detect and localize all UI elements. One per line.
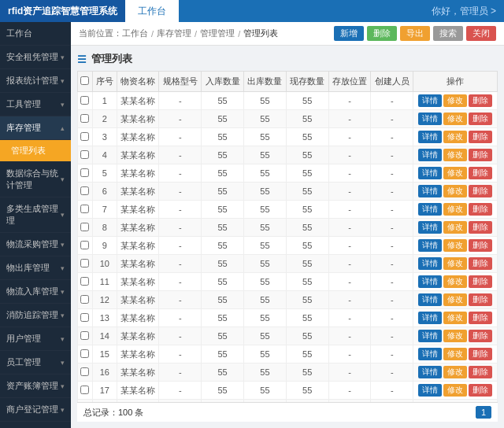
- row-spec: -: [159, 309, 202, 327]
- detail-button[interactable]: 详情: [418, 149, 442, 161]
- delete-row-button[interactable]: 删除: [469, 113, 492, 125]
- delete-row-button[interactable]: 删除: [469, 149, 492, 161]
- row-checkbox[interactable]: [80, 132, 89, 141]
- row-checkbox[interactable]: [80, 241, 89, 249]
- delete-row-button[interactable]: 删除: [469, 94, 492, 107]
- edit-button[interactable]: 修改: [443, 113, 467, 125]
- edit-button[interactable]: 修改: [443, 239, 467, 252]
- edit-button[interactable]: 修改: [443, 348, 467, 360]
- edit-button[interactable]: 修改: [443, 149, 467, 161]
- sidebar-item-asset-ledger[interactable]: 资产账簿管理 ▾: [0, 374, 71, 398]
- detail-button[interactable]: 详情: [418, 293, 442, 306]
- close-button[interactable]: 关闭: [466, 26, 496, 41]
- delete-row-button[interactable]: 删除: [469, 293, 492, 306]
- sidebar-item-inbound[interactable]: 物流入库管理 ▾: [0, 280, 71, 304]
- edit-button[interactable]: 修改: [443, 366, 467, 378]
- row-checkbox[interactable]: [80, 313, 89, 322]
- row-checkbox[interactable]: [80, 277, 89, 286]
- row-checkbox[interactable]: [80, 96, 89, 105]
- edit-button[interactable]: 修改: [443, 221, 467, 234]
- detail-button[interactable]: 详情: [418, 203, 442, 216]
- sidebar-item-merchant[interactable]: 商户登记管理 ▾: [0, 398, 71, 422]
- delete-row-button[interactable]: 删除: [469, 203, 492, 216]
- sidebar-item-tools[interactable]: 工具管理 ▾: [0, 93, 71, 116]
- detail-button[interactable]: 详情: [418, 348, 442, 360]
- row-checkbox[interactable]: [80, 205, 89, 213]
- edit-button[interactable]: 修改: [443, 312, 467, 324]
- row-outbound: 55: [244, 291, 287, 309]
- edit-button[interactable]: 修改: [443, 384, 467, 397]
- delete-row-button[interactable]: 删除: [469, 257, 492, 270]
- delete-row-button[interactable]: 删除: [469, 366, 492, 378]
- sidebar-item-staff[interactable]: 员工管理 ▾: [0, 351, 71, 374]
- sidebar-item-fire[interactable]: 消防追踪管理 ▾: [0, 304, 71, 327]
- row-checkbox[interactable]: [80, 367, 89, 376]
- edit-button[interactable]: 修改: [443, 203, 467, 216]
- detail-button[interactable]: 详情: [418, 94, 442, 107]
- edit-button[interactable]: 修改: [443, 293, 467, 306]
- row-checkbox[interactable]: [80, 114, 89, 123]
- row-checkbox[interactable]: [80, 186, 89, 195]
- edit-button[interactable]: 修改: [443, 167, 467, 179]
- detail-button[interactable]: 详情: [418, 330, 442, 342]
- page-1-button[interactable]: 1: [476, 406, 491, 419]
- edit-button[interactable]: 修改: [443, 94, 467, 107]
- export-button[interactable]: 导出: [400, 26, 430, 41]
- add-button[interactable]: 新增: [334, 26, 364, 41]
- detail-button[interactable]: 详情: [418, 131, 442, 143]
- edit-button[interactable]: 修改: [443, 185, 467, 197]
- select-all-checkbox[interactable]: [80, 76, 89, 85]
- detail-button[interactable]: 详情: [418, 384, 442, 397]
- sidebar-item-reports[interactable]: 报表统计管理 ▾: [0, 69, 71, 93]
- sidebar-item-inventory[interactable]: 库存管理 ▴: [0, 116, 71, 140]
- delete-button[interactable]: 删除: [367, 26, 397, 41]
- row-outbound: 55: [244, 219, 287, 237]
- delete-row-button[interactable]: 删除: [469, 131, 492, 143]
- delete-row-button[interactable]: 删除: [469, 330, 492, 342]
- search-button[interactable]: 搜索: [433, 26, 463, 41]
- row-checkbox[interactable]: [80, 150, 89, 159]
- delete-row-button[interactable]: 删除: [469, 239, 492, 252]
- sidebar-sub-item-list[interactable]: 管理列表: [0, 140, 71, 162]
- sidebar-item-logistics[interactable]: 物流采购管理 ▾: [0, 233, 71, 256]
- row-action-cell: 详情修改删除: [413, 164, 498, 183]
- detail-button[interactable]: 详情: [418, 221, 442, 234]
- row-checkbox[interactable]: [80, 168, 89, 177]
- sidebar-item-security[interactable]: 安全租凭管理 ▾: [0, 46, 71, 69]
- sidebar-item-users[interactable]: 用户管理 ▾: [0, 327, 71, 351]
- detail-button[interactable]: 详情: [418, 257, 442, 270]
- detail-button[interactable]: 详情: [418, 167, 442, 179]
- row-checkbox[interactable]: [80, 331, 89, 340]
- delete-row-button[interactable]: 删除: [469, 312, 492, 324]
- delete-row-button[interactable]: 删除: [469, 275, 492, 288]
- sidebar-item-outbound[interactable]: 物出库管理 ▾: [0, 256, 71, 280]
- row-checkbox[interactable]: [80, 349, 89, 358]
- detail-button[interactable]: 详情: [418, 239, 442, 252]
- delete-row-button[interactable]: 删除: [469, 185, 492, 197]
- detail-button[interactable]: 详情: [418, 312, 442, 324]
- row-creator: -: [371, 146, 413, 164]
- sidebar-item-datastat[interactable]: 数据综合与统计管理 ▾: [0, 162, 71, 197]
- edit-button[interactable]: 修改: [443, 330, 467, 342]
- sidebar-item-multitype[interactable]: 多类生成管理理 ▾: [0, 197, 71, 233]
- row-checkbox[interactable]: [80, 295, 89, 304]
- sidebar-item-asset-cert[interactable]: 资产生证管理 ▾: [0, 422, 71, 428]
- row-checkbox[interactable]: [80, 386, 89, 394]
- edit-button[interactable]: 修改: [443, 275, 467, 288]
- delete-row-button[interactable]: 删除: [469, 384, 492, 397]
- edit-button[interactable]: 修改: [443, 257, 467, 270]
- delete-row-button[interactable]: 删除: [469, 221, 492, 234]
- delete-row-button[interactable]: 删除: [469, 167, 492, 179]
- row-inbound: 55: [202, 164, 244, 183]
- sidebar-item-workbench[interactable]: 工作台: [0, 22, 71, 46]
- detail-button[interactable]: 详情: [418, 113, 442, 125]
- delete-row-button[interactable]: 删除: [469, 348, 492, 360]
- edit-button[interactable]: 修改: [443, 131, 467, 143]
- user-info[interactable]: 你好，管理员 >: [424, 5, 504, 18]
- detail-button[interactable]: 详情: [418, 185, 442, 197]
- detail-button[interactable]: 详情: [418, 275, 442, 288]
- detail-button[interactable]: 详情: [418, 366, 442, 378]
- row-checkbox[interactable]: [80, 259, 89, 268]
- row-checkbox[interactable]: [80, 223, 89, 231]
- tab-workbench[interactable]: 工作台: [125, 0, 179, 22]
